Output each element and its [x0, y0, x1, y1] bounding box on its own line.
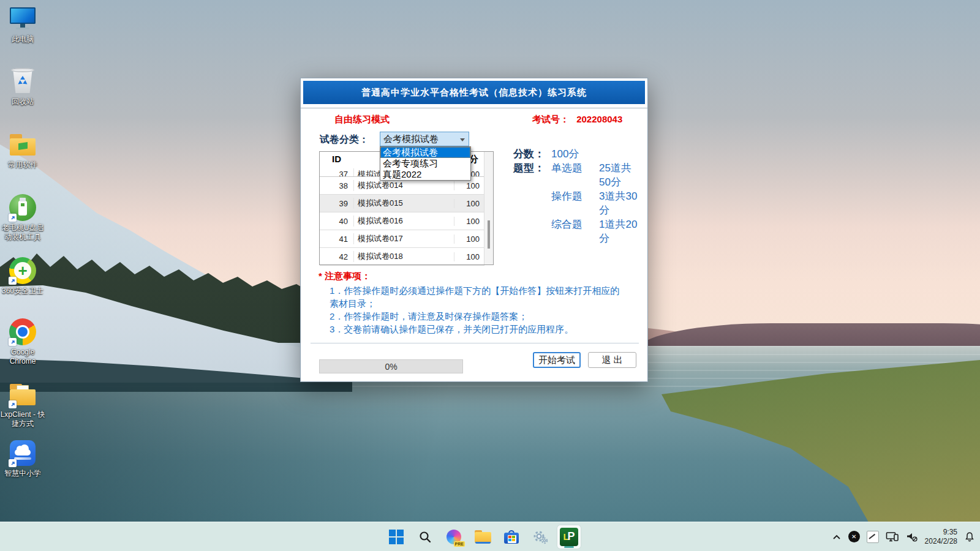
score-label: 分数：: [513, 147, 551, 161]
recycle-arrows-icon: [17, 75, 29, 87]
type-label: 题型：: [513, 161, 551, 189]
score-value: 100分: [551, 147, 599, 161]
search-icon: [418, 530, 432, 544]
tray-circle-x-icon[interactable]: ✕: [848, 531, 860, 542]
microsoft-store-button[interactable]: [500, 525, 523, 549]
store-icon: [504, 530, 519, 544]
tray-date: 2024/2/28: [925, 537, 957, 546]
folder-icon: [9, 130, 37, 159]
desktop-icon-lxpclient[interactable]: LxpClient - 快捷方式: [0, 380, 45, 429]
category-label: 试卷分类：: [320, 133, 369, 146]
desktop-icon-common-software[interactable]: 常用软件: [0, 130, 45, 170]
smart-school-icon: [9, 439, 37, 467]
desktop-icon-smart-school[interactable]: 智慧中小学: [0, 439, 45, 478]
360-safe-icon: +: [9, 257, 37, 285]
dropdown-option[interactable]: 真题2022: [380, 169, 470, 180]
exam-number-label: 考试号：: [532, 114, 569, 124]
setup-tool-button[interactable]: [529, 525, 552, 549]
shortcut-arrow-icon: [9, 400, 17, 408]
lxp-app-icon: LP: [560, 528, 578, 546]
tray-notification-bell-icon[interactable]: [964, 531, 975, 542]
file-explorer-button[interactable]: [471, 525, 494, 549]
system-tray: ✕ 9:35 2024/2/28: [832, 522, 975, 551]
tray-volume-muted-icon[interactable]: [906, 531, 918, 542]
progress-value: 0%: [385, 362, 397, 372]
table-row[interactable]: 41 模拟试卷017 100: [320, 230, 484, 248]
window-titlebar[interactable]: 普通高中学业水平合格性考试（信息技术）练习系统: [303, 81, 645, 104]
chevron-down-icon: [460, 138, 465, 141]
desktop-icon-google-chrome[interactable]: Google Chrome: [0, 318, 45, 366]
desktop-icon-laomaotao[interactable]: 老毛桃U盘启动装机工具: [0, 193, 45, 242]
titlebar-divider: [301, 108, 647, 108]
shortcut-arrow-icon: [9, 459, 17, 467]
window-title: 普通高中学业水平合格性考试（信息技术）练习系统: [361, 87, 587, 99]
progress-bar: 0%: [319, 359, 463, 373]
windows-logo-icon: [389, 530, 404, 544]
desktop-icon-recycle-bin[interactable]: 回收站: [0, 67, 45, 107]
exam-number: 考试号： 202208043: [532, 114, 622, 126]
search-button[interactable]: [413, 525, 437, 549]
tray-input-method-icon[interactable]: [867, 531, 879, 543]
dropdown-option-selected[interactable]: 会考模拟试卷: [380, 147, 470, 158]
notice-line: 2．作答操作题时，请注意及时保存操作题答案；: [330, 310, 626, 323]
shortcut-arrow-icon: [9, 214, 17, 222]
start-exam-button[interactable]: 开始考试: [533, 352, 581, 368]
taskbar: PRE: [0, 522, 980, 551]
tray-chevron-up-icon[interactable]: [832, 533, 842, 541]
exit-button[interactable]: 退 出: [588, 352, 636, 368]
copilot-pre-badge: PRE: [454, 541, 465, 547]
desktop-icon-label: 此电脑: [0, 35, 45, 44]
usb-boot-tool-icon: [9, 193, 37, 222]
lxp-exam-app-button[interactable]: LP: [557, 525, 581, 549]
notice-lines: 1．作答操作题时必须通过操作题下方的【开始作答】按钮来打开相应的素材目录； 2．…: [330, 284, 626, 335]
tray-clock[interactable]: 9:35 2024/2/28: [925, 528, 957, 546]
exam-number-value: 202208043: [576, 114, 622, 124]
table-scrollbar[interactable]: [484, 152, 493, 264]
active-app-indicator: [564, 546, 574, 548]
notice-title: * 注意事项：: [318, 271, 371, 282]
table-row-selected[interactable]: 39 模拟试卷015 100: [320, 195, 484, 212]
table-row[interactable]: 40 模拟试卷016 100: [320, 212, 484, 230]
notice-line: 1．作答操作题时必须通过操作题下方的【开始作答】按钮来打开相应的素材目录；: [330, 284, 626, 310]
practice-mode-label: 自由练习模式: [334, 114, 390, 126]
table-row[interactable]: 42 模拟试卷018 100: [320, 248, 484, 266]
shortcut-arrow-icon: [9, 338, 17, 346]
desktop: 此电脑 回收站 常用软件 老毛桃U盘启动装机工具: [0, 0, 980, 551]
this-pc-icon: [9, 5, 37, 33]
notice-line: 3．交卷前请确认操作题已保存，并关闭已打开的应用程序。: [330, 323, 626, 335]
dropdown-option[interactable]: 会考专项练习: [380, 158, 470, 169]
desktop-icon-360-safe[interactable]: + 360安全卫士: [0, 257, 45, 296]
recycle-bin-icon: [9, 67, 37, 96]
paper-info-panel: 分数： 100分 题型： 单选题 25道共50分 操作题 3道共30分 综合题 …: [513, 147, 642, 246]
copilot-button[interactable]: PRE: [442, 525, 466, 549]
tray-display-icon[interactable]: [886, 531, 899, 542]
category-selected-value: 会考模拟试卷: [383, 133, 439, 145]
column-header-id: ID: [320, 154, 353, 164]
folder-shortcut-icon: [9, 380, 37, 408]
file-explorer-icon: [475, 530, 491, 544]
exam-dialog-window: 普通高中学业水平合格性考试（信息技术）练习系统 自由练习模式 考试号： 2022…: [300, 78, 648, 382]
scrollbar-thumb[interactable]: [488, 220, 490, 249]
shortcut-arrow-icon: [9, 277, 17, 285]
paper-category-select[interactable]: 会考模拟试卷: [380, 132, 469, 146]
category-dropdown-list: 会考模拟试卷 会考专项练习 真题2022: [380, 146, 471, 181]
start-button[interactable]: [385, 525, 408, 549]
desktop-icon-this-pc[interactable]: 此电脑: [0, 5, 45, 44]
taskbar-center: PRE: [385, 522, 581, 551]
chrome-icon: [9, 318, 37, 346]
bottom-divider: [311, 343, 639, 343]
gears-icon: [532, 530, 548, 544]
tray-time: 9:35: [925, 528, 957, 537]
